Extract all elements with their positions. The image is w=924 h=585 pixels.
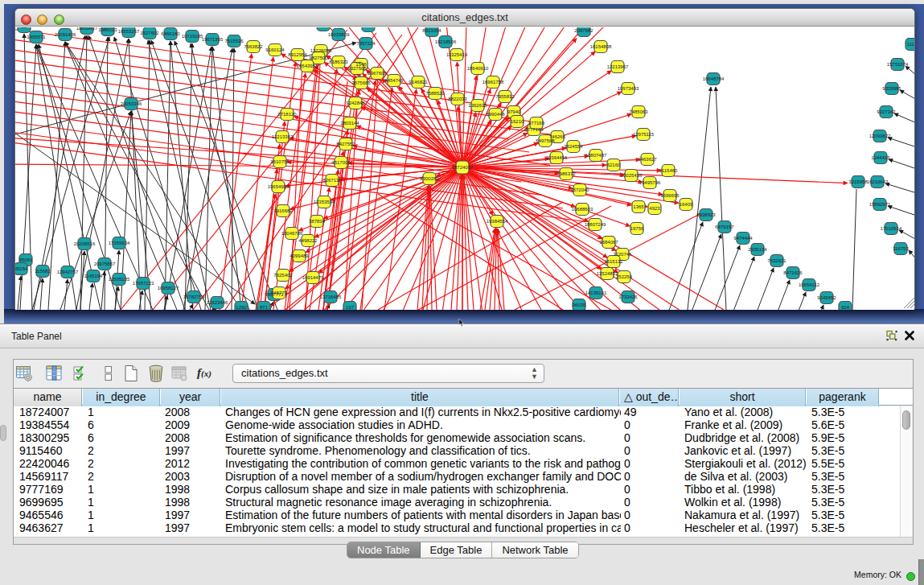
svg-text:10688603: 10688603 (572, 207, 593, 212)
svg-text:9827500: 9827500 (309, 56, 328, 60)
svg-text:12942757: 12942757 (57, 270, 79, 274)
svg-text:19495796: 19495796 (639, 180, 661, 185)
svg-text:10719185: 10719185 (182, 34, 203, 39)
svg-text:3215958: 3215958 (848, 179, 868, 184)
svg-text:16033809: 16033809 (328, 32, 350, 37)
svg-text:8471626: 8471626 (783, 270, 803, 275)
svg-text:9329965: 9329965 (882, 86, 901, 91)
svg-text:19671365: 19671365 (202, 37, 224, 42)
svg-text:6466160: 6466160 (161, 31, 180, 36)
svg-text:8267130: 8267130 (322, 178, 342, 183)
svg-text:20091406: 20091406 (55, 32, 76, 37)
svg-text:1244415: 1244415 (871, 155, 890, 160)
svg-text:7357224: 7357224 (356, 41, 376, 46)
svg-text:13524851: 13524851 (597, 271, 618, 276)
svg-text:16154808: 16154808 (590, 44, 612, 49)
svg-text:9463627: 9463627 (638, 157, 657, 162)
svg-text:20975867: 20975867 (94, 262, 116, 266)
svg-text:10958127: 10958127 (158, 286, 179, 290)
svg-text:96035: 96035 (573, 303, 586, 307)
svg-text:10973493: 10973493 (618, 86, 639, 91)
svg-text:15892971: 15892971 (869, 202, 891, 207)
svg-text:12505135: 12505135 (109, 277, 130, 282)
svg-text:2935134: 2935134 (748, 247, 767, 252)
svg-text:97940: 97940 (507, 109, 521, 114)
svg-text:16543952: 16543952 (297, 64, 318, 68)
svg-text:6497568: 6497568 (536, 138, 555, 143)
svg-text:11325419: 11325419 (446, 52, 468, 57)
svg-text:18724007: 18724007 (452, 165, 474, 170)
svg-text:18807249: 18807249 (585, 222, 606, 227)
svg-text:1120746: 1120746 (614, 252, 633, 257)
svg-text:8990448: 8990448 (486, 112, 505, 117)
svg-text:12213363: 12213363 (272, 134, 294, 139)
svg-text:3624554: 3624554 (564, 144, 583, 149)
svg-text:2087682: 2087682 (574, 28, 593, 33)
svg-text:8912954: 8912954 (288, 52, 307, 57)
svg-text:8454749: 8454749 (384, 78, 404, 83)
svg-text:7663822: 7663822 (244, 44, 263, 49)
svg-text:7515526: 7515526 (224, 39, 244, 43)
svg-text:1733426: 1733426 (618, 295, 638, 299)
svg-text:9146821: 9146821 (409, 80, 428, 84)
svg-text:2300283: 2300283 (420, 176, 439, 181)
svg-text:1610755: 1610755 (270, 159, 290, 164)
svg-text:1405571: 1405571 (27, 35, 46, 39)
svg-text:10807487: 10807487 (585, 153, 607, 158)
svg-text:10025438: 10025438 (621, 173, 643, 178)
svg-text:62160: 62160 (607, 163, 621, 167)
svg-text:10654112: 10654112 (799, 282, 820, 287)
svg-text:2967608: 2967608 (368, 71, 387, 76)
svg-text:9327505: 9327505 (347, 66, 367, 71)
svg-text:7986372: 7986372 (556, 171, 576, 176)
svg-text:4923: 4923 (649, 206, 660, 211)
svg-text:12353594: 12353594 (314, 200, 335, 204)
svg-text:8938923: 8938923 (696, 212, 716, 217)
svg-text:85637: 85637 (362, 27, 376, 28)
svg-text:20364456: 20364456 (546, 155, 568, 160)
svg-text:115682: 115682 (35, 269, 51, 274)
svg-text:7955812: 7955812 (495, 94, 515, 99)
svg-text:252254: 252254 (616, 274, 633, 279)
svg-text:4517006: 4517006 (331, 160, 351, 165)
svg-text:1292: 1292 (236, 305, 247, 310)
svg-text:16210: 16210 (511, 119, 524, 124)
svg-text:16914479: 16914479 (302, 275, 324, 280)
svg-text:19384554: 19384554 (487, 219, 508, 224)
svg-text:12923446: 12923446 (207, 300, 228, 305)
svg-text:4572040: 4572040 (570, 187, 589, 192)
svg-text:977169: 977169 (528, 121, 545, 126)
svg-text:871: 871 (260, 305, 269, 310)
svg-text:16648784: 16648784 (703, 76, 725, 81)
svg-text:3675685: 3675685 (351, 80, 371, 85)
svg-text:1916682: 1916682 (273, 208, 293, 213)
svg-text:16409: 16409 (680, 202, 693, 207)
svg-text:13716485: 13716485 (320, 295, 342, 299)
svg-text:7625402: 7625402 (273, 273, 293, 278)
svg-text:14136141: 14136141 (585, 290, 607, 295)
svg-text:12213967: 12213967 (607, 64, 629, 69)
svg-text:12226058: 12226058 (310, 48, 332, 53)
svg-text:9115460: 9115460 (659, 168, 679, 173)
svg-text:9474444: 9474444 (733, 236, 753, 241)
svg-text:9242848: 9242848 (346, 101, 365, 105)
svg-text:16553267: 16553267 (118, 29, 140, 34)
svg-text:17010514: 17010514 (881, 226, 902, 231)
svg-text:12975115: 12975115 (633, 132, 655, 137)
svg-text:1112: 1112 (907, 42, 914, 47)
svg-text:19756: 19756 (630, 226, 644, 231)
svg-text:18650427: 18650427 (76, 27, 98, 31)
svg-text:17359934: 17359934 (109, 241, 130, 245)
svg-text:16782759: 16782759 (183, 295, 205, 299)
svg-text:2718120: 2718120 (277, 112, 297, 117)
svg-text:1365: 1365 (633, 204, 644, 209)
svg-text:18640910: 18640910 (467, 66, 489, 71)
svg-text:17957223: 17957223 (133, 281, 154, 286)
svg-text:9227342: 9227342 (877, 109, 896, 114)
svg-text:7588520: 7588520 (425, 91, 445, 96)
svg-text:7485063: 7485063 (629, 109, 648, 114)
svg-text:39154: 39154 (15, 266, 28, 271)
svg-text:9699695: 9699695 (660, 193, 680, 198)
svg-text:1527602: 1527602 (140, 31, 159, 35)
svg-text:8813054: 8813054 (422, 28, 441, 33)
